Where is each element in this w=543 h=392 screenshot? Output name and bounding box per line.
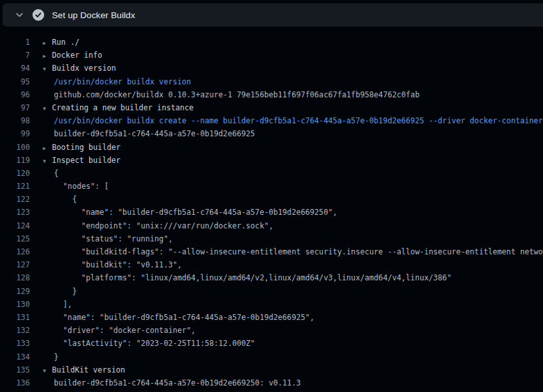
log-line: 1▶Run ./ — [0, 36, 543, 49]
chevron-down-icon[interactable] — [14, 10, 25, 20]
line-number[interactable]: 119 — [0, 154, 30, 167]
line-number[interactable]: 124 — [0, 219, 30, 232]
triangle-down-icon: ▼ — [43, 103, 52, 114]
line-number[interactable]: 133 — [0, 337, 30, 350]
output-text: "buildkitd-flags": "--allow-insecure-ent… — [54, 247, 543, 256]
log-line-content: } — [30, 285, 543, 298]
log-line: 126 "buildkitd-flags": "--allow-insecure… — [0, 245, 543, 258]
log-line-content: "driver": "docker-container", — [30, 324, 543, 337]
log-line: 130 ], — [0, 298, 543, 311]
log-group-header[interactable]: ▼Inspect builder — [30, 154, 543, 167]
triangle-right-icon: ▶ — [43, 37, 52, 49]
step-header[interactable]: Set up Docker Buildx — [3, 3, 543, 27]
group-title: Creating a new builder instance — [52, 103, 194, 112]
line-number[interactable]: 129 — [0, 285, 30, 298]
log-area: 1▶Run ./7▶Docker info94▼Buildx version95… — [0, 36, 543, 389]
log-line-content: builder-d9cfb5a1-c764-445a-a57e-0b19d2e6… — [30, 376, 543, 389]
log-group-header[interactable]: ▶Booting builder — [30, 141, 543, 154]
group-title: Run ./ — [52, 38, 79, 47]
line-number[interactable]: 136 — [0, 376, 30, 389]
log-group-header[interactable]: ▼BuildKit version — [30, 363, 543, 376]
line-number[interactable]: 96 — [0, 88, 30, 101]
line-number[interactable]: 99 — [0, 127, 30, 140]
log-line: 119▼Inspect builder — [0, 154, 543, 167]
line-number[interactable]: 100 — [0, 141, 30, 154]
output-text: "platforms": "linux/amd64,linux/amd64/v2… — [54, 273, 451, 282]
group-title: Inspect builder — [52, 156, 121, 165]
log-line-content: /usr/bin/docker buildx create --name bui… — [30, 114, 543, 127]
line-number[interactable]: 135 — [0, 363, 30, 376]
output-text: "buildkit": "v0.11.3", — [54, 260, 182, 269]
log-line: 100▶Booting builder — [0, 141, 543, 154]
log-line: 128 "platforms": "linux/amd64,linux/amd6… — [0, 271, 543, 284]
log-line: 129 } — [0, 285, 543, 298]
log-line: 125 "status": "running", — [0, 232, 543, 245]
output-text: "lastActivity": "2023-02-25T11:58:12.000… — [54, 339, 255, 348]
log-group-header[interactable]: ▼Creating a new builder instance — [30, 101, 543, 114]
log-line-content: /usr/bin/docker buildx version — [30, 75, 543, 88]
line-number[interactable]: 97 — [0, 101, 30, 114]
log-group-header[interactable]: ▶Docker info — [30, 49, 543, 62]
line-number[interactable]: 131 — [0, 311, 30, 324]
line-number[interactable]: 122 — [0, 193, 30, 206]
log-line-content: "endpoint": "unix:///var/run/docker.sock… — [30, 219, 543, 232]
output-text: } — [54, 352, 58, 361]
log-line: 127 "buildkit": "v0.11.3", — [0, 258, 543, 271]
log-group-header[interactable]: ▼Buildx version — [30, 62, 543, 75]
log-line: 132 "driver": "docker-container", — [0, 324, 543, 337]
log-line-content: "buildkitd-flags": "--allow-insecure-ent… — [30, 245, 543, 258]
group-title: BuildKit version — [52, 365, 125, 374]
log-line-content: "lastActivity": "2023-02-25T11:58:12.000… — [30, 337, 543, 350]
output-text: builder-d9cfb5a1-c764-445a-a57e-0b19d2e6… — [54, 378, 301, 387]
line-number[interactable]: 1 — [0, 36, 30, 49]
line-number[interactable]: 95 — [0, 75, 30, 88]
line-number[interactable]: 125 — [0, 232, 30, 245]
triangle-down-icon: ▼ — [43, 63, 52, 75]
log-line-content: } — [30, 350, 543, 363]
output-text: "name": "builder-d9cfb5a1-c764-445a-a57e… — [54, 313, 314, 322]
line-number[interactable]: 121 — [0, 180, 30, 193]
output-text: "status": "running", — [54, 234, 173, 243]
log-line: 120{ — [0, 167, 543, 180]
log-group-header[interactable]: ▶Run ./ — [30, 36, 543, 49]
line-number[interactable]: 134 — [0, 350, 30, 363]
line-number[interactable]: 130 — [0, 298, 30, 311]
output-text: ], — [54, 300, 72, 309]
output-text: { — [54, 169, 58, 178]
output-text: "driver": "docker-container", — [54, 326, 196, 335]
log-line: 123 "name": "builder-d9cfb5a1-c764-445a-… — [0, 206, 543, 219]
line-number[interactable]: 127 — [0, 258, 30, 271]
log-line-content: "nodes": [ — [30, 180, 543, 193]
output-text: github.com/docker/buildx 0.10.3+azure-1 … — [54, 90, 420, 99]
line-number[interactable]: 123 — [0, 206, 30, 219]
log-line: 133 "lastActivity": "2023-02-25T11:58:12… — [0, 337, 543, 350]
output-text: { — [54, 195, 77, 204]
triangle-right-icon: ▶ — [43, 142, 52, 154]
log-line: 136builder-d9cfb5a1-c764-445a-a57e-0b19d… — [0, 376, 543, 389]
log-line: 121 "nodes": [ — [0, 180, 543, 193]
log-line: 99builder-d9cfb5a1-c764-445a-a57e-0b19d2… — [0, 127, 543, 140]
log-line: 122 { — [0, 193, 543, 206]
line-number[interactable]: 128 — [0, 271, 30, 284]
line-number[interactable]: 94 — [0, 62, 30, 75]
command-text: /usr/bin/docker buildx version — [54, 77, 191, 86]
log-line-content: ], — [30, 298, 543, 311]
log-line: 124 "endpoint": "unix:///var/run/docker.… — [0, 219, 543, 232]
check-circle-icon — [32, 9, 44, 21]
output-text: "name": "builder-d9cfb5a1-c764-445a-a57e… — [54, 208, 337, 217]
group-title: Docker info — [52, 51, 102, 60]
log-line: 134} — [0, 350, 543, 363]
line-number[interactable]: 132 — [0, 324, 30, 337]
line-number[interactable]: 126 — [0, 245, 30, 258]
line-number[interactable]: 98 — [0, 114, 30, 127]
step-title: Set up Docker Buildx — [52, 10, 135, 20]
log-line-content: "name": "builder-d9cfb5a1-c764-445a-a57e… — [30, 311, 543, 324]
output-text: "endpoint": "unix:///var/run/docker.sock… — [54, 221, 273, 230]
triangle-down-icon: ▼ — [43, 365, 52, 376]
line-number[interactable]: 120 — [0, 167, 30, 180]
line-number[interactable]: 7 — [0, 49, 30, 62]
triangle-down-icon: ▼ — [43, 155, 52, 167]
triangle-right-icon: ▶ — [43, 50, 52, 62]
output-text: builder-d9cfb5a1-c764-445a-a57e-0b19d2e6… — [54, 129, 255, 138]
log-line-content: "status": "running", — [30, 232, 543, 245]
